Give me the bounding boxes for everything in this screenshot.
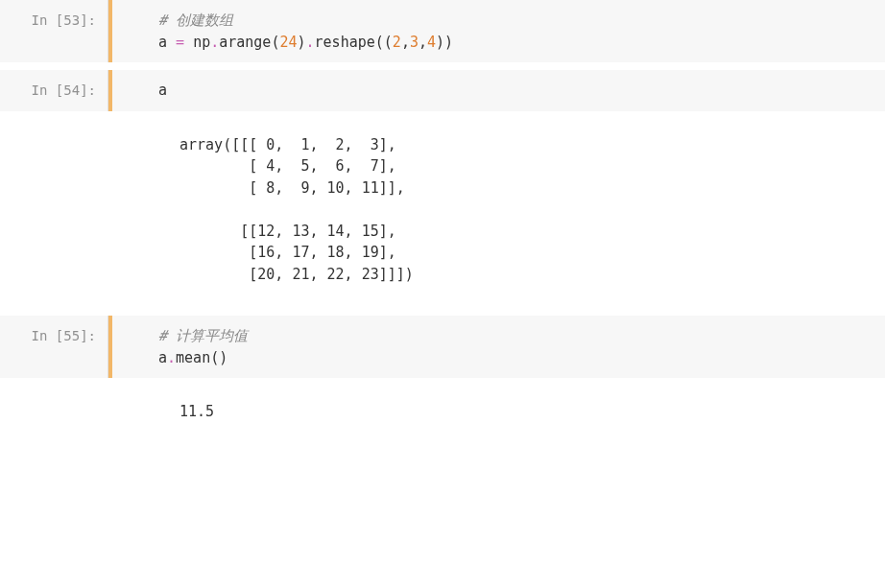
code-cell-53: In [53]: # 创建数组 a = np.arange(24).reshap… bbox=[0, 0, 885, 62]
prompt-area: In [54]: bbox=[0, 70, 108, 111]
code-input[interactable]: # 计算平均值 a.mean() bbox=[112, 316, 885, 378]
cell-gap bbox=[0, 308, 885, 316]
output-cell-54: array([[[ 0, 1, 2, 3], [ 4, 5, 6, 7], [ … bbox=[0, 111, 885, 309]
output-text: 11.5 bbox=[112, 378, 885, 446]
output-text: array([[[ 0, 1, 2, 3], [ 4, 5, 6, 7], [ … bbox=[112, 111, 885, 309]
input-prompt: In [53]: bbox=[32, 12, 96, 28]
input-prompt: In [54]: bbox=[32, 82, 96, 98]
code-input[interactable]: # 创建数组 a = np.arange(24).reshape((2,3,4)… bbox=[112, 0, 885, 62]
output-prompt-area bbox=[0, 111, 108, 309]
cell-gap bbox=[0, 62, 885, 70]
code-comment: # 计算平均值 bbox=[158, 327, 248, 344]
prompt-area: In [55]: bbox=[0, 316, 108, 378]
input-prompt: In [55]: bbox=[32, 328, 96, 343]
code-input[interactable]: a bbox=[112, 70, 885, 111]
output-cell-55: 11.5 bbox=[0, 378, 885, 446]
code-comment: # 创建数组 bbox=[158, 12, 233, 29]
prompt-area: In [53]: bbox=[0, 0, 108, 62]
output-prompt-area bbox=[0, 378, 108, 446]
code-cell-54: In [54]: a bbox=[0, 70, 885, 111]
code-cell-55: In [55]: # 计算平均值 a.mean() bbox=[0, 316, 885, 378]
